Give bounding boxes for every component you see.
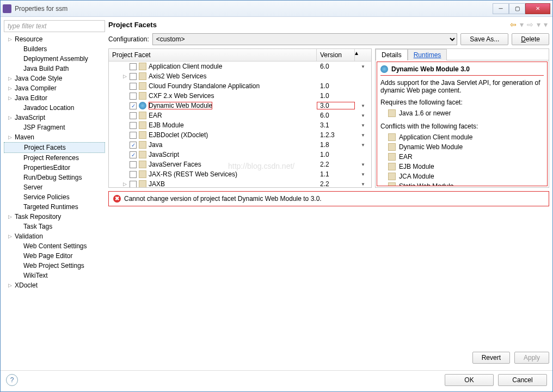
checkbox[interactable]	[130, 122, 137, 129]
tree-item-targeted-runtimes[interactable]: Targeted Runtimes	[4, 202, 105, 212]
checkbox[interactable]	[130, 161, 137, 168]
checkbox[interactable]	[130, 73, 137, 80]
back-icon[interactable]: ⇦	[508, 20, 518, 29]
conflicts-heading: Conflicts with the following facets:	[380, 122, 544, 130]
tree-item-task-tags[interactable]: Task Tags	[4, 222, 105, 231]
tree-item-wikitext[interactable]: WikiText	[4, 271, 105, 280]
tree-item-builders[interactable]: Builders	[4, 44, 105, 54]
tree-item-java-build-path[interactable]: Java Build Path	[4, 64, 105, 74]
tree-item-deployment-assembly[interactable]: Deployment Assembly	[4, 54, 105, 64]
maximize-button[interactable]: ▢	[509, 3, 525, 14]
expand-icon[interactable]: ▷	[7, 36, 13, 42]
cancel-button[interactable]: Cancel	[498, 374, 547, 386]
tree-item-javadoc-location[interactable]: Javadoc Location	[4, 103, 105, 113]
apply-button[interactable]: Apply	[514, 352, 549, 364]
tree-item-maven[interactable]: ▷Maven	[4, 132, 105, 142]
expand-icon[interactable]: ▷	[122, 74, 127, 79]
col-version[interactable]: Version	[317, 49, 355, 61]
save-as-button[interactable]: Save As...	[460, 33, 508, 45]
checkbox[interactable]	[130, 93, 137, 100]
tree-item-java-compiler[interactable]: ▷Java Compiler	[4, 83, 105, 93]
titlebar[interactable]: Properties for ssm ─ ▢ ✕	[1, 1, 552, 17]
menu-icon[interactable]: ▾	[542, 20, 549, 29]
sidebar: type filter text ▷ResourceBuildersDeploy…	[4, 20, 105, 367]
checkbox[interactable]	[130, 112, 137, 119]
expand-icon[interactable]: ▷	[7, 234, 13, 239]
expand-icon[interactable]: ▷	[7, 76, 13, 81]
details-panel: Details Runtimes Dynamic Web Module 3.0 …	[375, 48, 549, 188]
facet-row[interactable]: ▷JAXB2.2▼	[109, 179, 371, 187]
file-icon	[139, 141, 146, 149]
facet-row[interactable]: ✓JavaScript1.0	[109, 150, 371, 160]
ok-button[interactable]: OK	[445, 374, 494, 386]
expand-icon[interactable]: ▷	[7, 85, 13, 91]
tree-item-jsp-fragment[interactable]: JSP Fragment	[4, 122, 105, 132]
checkbox[interactable]	[130, 63, 137, 70]
tree-item-java-code-style[interactable]: ▷Java Code Style	[4, 74, 105, 83]
expand-icon[interactable]: ▷	[122, 181, 127, 187]
filter-input[interactable]: type filter text	[4, 20, 105, 32]
tree-item-xdoclet[interactable]: ▷XDoclet	[4, 280, 105, 290]
facet-row[interactable]: ✓Dynamic Web Module3.0▼	[109, 101, 371, 111]
expand-icon[interactable]: ▷	[7, 283, 13, 288]
col-facet[interactable]: Project Facet	[109, 49, 317, 61]
tree-item-web-page-editor[interactable]: Web Page Editor	[4, 251, 105, 261]
file-icon	[139, 63, 146, 70]
checkbox[interactable]	[130, 181, 137, 187]
facet-row[interactable]: EJB Module3.1▼	[109, 120, 371, 130]
facet-row[interactable]: Cloud Foundry Standalone Application1.0	[109, 81, 371, 91]
tree-item-web-content-settings[interactable]: Web Content Settings	[4, 241, 105, 251]
tree-item-web-project-settings[interactable]: Web Project Settings	[4, 261, 105, 271]
facet-row[interactable]: ✓Java1.8▼	[109, 140, 371, 150]
facet-row[interactable]: EJBDoclet (XDoclet)1.2.3▼	[109, 130, 371, 140]
tree-item-task-repository[interactable]: ▷Task Repository	[4, 212, 105, 222]
forward-icon[interactable]: ⇨	[525, 20, 535, 29]
checkbox[interactable]	[130, 83, 137, 90]
checkbox[interactable]	[130, 171, 137, 178]
tree-item-validation[interactable]: ▷Validation	[4, 231, 105, 241]
facet-row[interactable]: ▷Axis2 Web Services	[109, 71, 371, 81]
config-label: Configuration:	[108, 35, 149, 43]
expand-icon[interactable]: ▷	[7, 134, 13, 140]
tree-item-run-debug-settings[interactable]: Run/Debug Settings	[4, 173, 105, 182]
expand-icon[interactable]: ▷	[7, 95, 13, 101]
nav-tree[interactable]: ▷ResourceBuildersDeployment AssemblyJava…	[4, 34, 105, 367]
tab-runtimes[interactable]: Runtimes	[408, 49, 447, 60]
tree-item-service-policies[interactable]: Service Policies	[4, 192, 105, 202]
requires-heading: Requires the following facet:	[380, 99, 544, 106]
back-menu-icon[interactable]: ▾	[518, 20, 525, 29]
tree-item-java-editor[interactable]: ▷Java Editor	[4, 93, 105, 103]
delete-button[interactable]: Delete	[512, 33, 549, 45]
facet-row[interactable]: EAR6.0▼	[109, 111, 371, 120]
checkbox[interactable]: ✓	[130, 142, 137, 149]
facet-table[interactable]: Project Facet Version ▴ Application Clie…	[108, 48, 372, 188]
tree-item-propertieseditor[interactable]: PropertiesEditor	[4, 163, 105, 173]
tree-item-server[interactable]: Server	[4, 182, 105, 192]
tree-item-project-references[interactable]: Project References	[4, 153, 105, 163]
revert-button[interactable]: Revert	[472, 352, 510, 364]
facet-row[interactable]: CXF 2.x Web Services1.0	[109, 91, 371, 101]
help-button[interactable]: ?	[6, 374, 18, 386]
module-icon	[388, 143, 396, 151]
error-icon: ✖	[113, 195, 121, 203]
checkbox[interactable]: ✓	[130, 151, 137, 158]
checkbox[interactable]: ✓	[130, 102, 137, 109]
tab-details[interactable]: Details	[376, 49, 408, 60]
checkbox[interactable]	[130, 132, 137, 139]
file-icon	[139, 82, 146, 90]
tree-item-project-facets[interactable]: Project Facets	[4, 142, 105, 153]
expand-icon[interactable]: ▷	[7, 115, 13, 120]
facet-row[interactable]: JAX-RS (REST Web Services)1.1▼	[109, 169, 371, 179]
tree-item-javascript[interactable]: ▷JavaScript	[4, 113, 105, 122]
facet-row[interactable]: JavaServer Faces2.2▼	[109, 160, 371, 169]
forward-menu-icon[interactable]: ▾	[535, 20, 542, 29]
tree-item-resource[interactable]: ▷Resource	[4, 34, 105, 44]
col-scroll-up[interactable]: ▴	[355, 49, 371, 61]
close-button[interactable]: ✕	[525, 3, 550, 14]
module-icon	[388, 153, 396, 161]
minimize-button[interactable]: ─	[493, 3, 509, 14]
facet-row[interactable]: Application Client module6.0▼	[109, 62, 371, 71]
config-select[interactable]: <custom>	[152, 33, 458, 45]
expand-icon[interactable]: ▷	[7, 214, 13, 219]
dialog-window: Properties for ssm ─ ▢ ✕ type filter tex…	[0, 0, 553, 392]
